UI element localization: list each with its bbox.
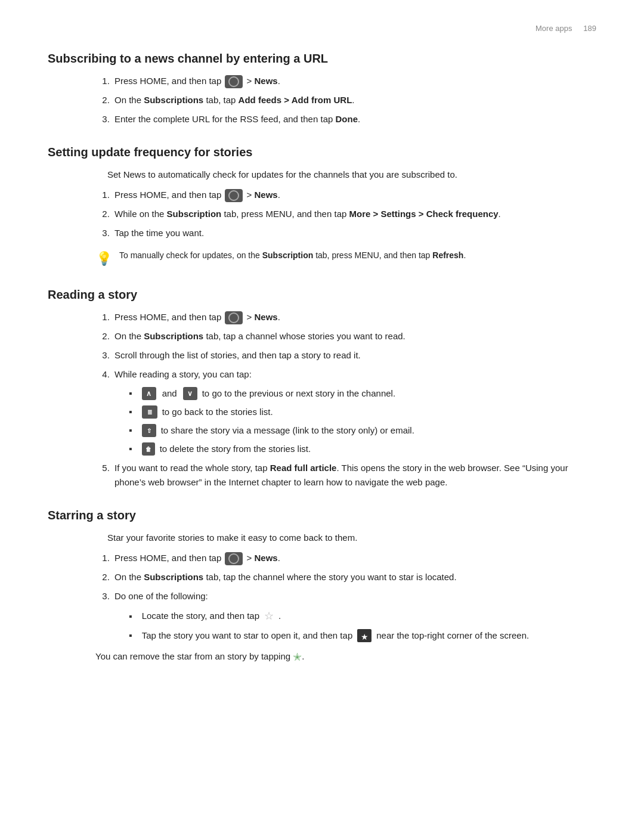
news-label: News [255,76,278,86]
tap-star-text: Tap the story you want to star to open i… [142,629,353,643]
tip-icon: 💡 [95,249,112,269]
read-full-article: Read full article [270,463,337,473]
step-2-subscribing: On the Subscriptions tab, tap Add feeds … [112,93,596,107]
bullet-tap-to-star: Tap the story you want to star to open i… [126,628,596,643]
news-label-4: News [255,553,278,563]
starring-footer: You can remove the star from an story by… [95,649,596,666]
step-2-update: While on the Subscription tab, press MEN… [112,207,596,221]
step-1-starring: Press HOME, and then tap > News. [112,551,596,565]
section-starring: Starring a story Star your favorite stor… [48,509,596,666]
bullet-stories-list: ≣ to go back to the stories list. [126,405,596,419]
bullet-delete: 🗑 to delete the story from the stories l… [126,442,596,456]
page-number: 189 [583,24,596,33]
stories-list-text: to go back to the stories list. [162,405,273,419]
step-3-starring: Do one of the following: Locate the stor… [112,589,596,643]
step-3-reading: Scroll through the list of stories, and … [112,348,596,363]
starring-bullets: Locate the story, and then tap ☆ . Tap t… [126,608,596,643]
steps-reading: Press HOME, and then tap > News. On the … [95,310,596,490]
up-icon: ∧ [142,387,156,400]
step-2-reading: On the Subscriptions tab, tap a channel … [112,329,596,343]
delete-text: to delete the story from the stories lis… [160,442,311,456]
bullet-share: ⇧ to share the story via a message (link… [126,423,596,438]
step-3-subscribing: Enter the complete URL for the RSS feed,… [112,112,596,126]
steps-update-frequency: Press HOME, and then tap > News. While o… [95,188,596,240]
prev-next-text: to go to the previous or next story in t… [202,387,395,401]
steps-subscribing: Press HOME, and then tap > News. On the … [95,74,596,126]
home-icon-3 [225,311,243,324]
tip-box: 💡 To manually check for updates, on the … [95,249,549,269]
news-label-2: News [255,190,278,200]
section-update-frequency: Setting update frequency for stories Set… [48,145,596,269]
locate-story-text: Locate the story, and then tap [142,609,259,623]
subscriptions-tab-starring: Subscriptions [144,572,203,582]
starring-desc: Star your favorite stories to make it ea… [107,531,596,545]
section-subscribing: Subscribing to a news channel by enterin… [48,52,596,126]
step-1-reading: Press HOME, and then tap > News. [112,310,596,324]
section-reading-title: Reading a story [48,288,596,302]
top-right-text: near the top-right corner of the screen. [376,629,529,643]
delete-icon: 🗑 [142,442,155,456]
list-icon: ≣ [142,405,157,419]
update-frequency-desc: Set News to automatically check for upda… [107,168,596,182]
subscription-tab: Subscription [167,209,222,219]
more-settings-label: More > Settings > Check frequency [349,209,499,219]
home-icon-1 [225,75,243,88]
step-1-subscribing: Press HOME, and then tap > News. [112,74,596,88]
home-icon-2 [225,189,243,202]
step-3-update: Tap the time you want. [112,226,596,240]
down-icon: ∨ [183,387,197,400]
bullet-prev-next: ∧ and ∨ to go to the previous or next st… [126,386,596,401]
subscriptions-tab-label: Subscriptions [144,95,203,105]
subscriptions-tab-reading: Subscriptions [144,331,203,341]
star-green-icon: ✭ [293,649,302,666]
step-5-reading: If you want to read the whole story, tap… [112,461,596,490]
reading-bullets: ∧ and ∨ to go to the previous or next st… [126,386,596,456]
news-label-3: News [255,312,278,322]
section-update-title: Setting update frequency for stories [48,145,596,159]
section-starring-title: Starring a story [48,509,596,522]
steps-starring: Press HOME, and then tap > News. On the … [95,551,596,643]
refresh-label: Refresh [432,250,463,260]
page-header: More apps 189 [48,24,596,33]
done-label: Done [336,114,358,124]
bullet-locate-star: Locate the story, and then tap ☆ . [126,608,596,624]
share-text: to share the story via a message (link t… [161,424,414,438]
star-filled-icon: ★ [357,629,371,642]
section-subscribing-title: Subscribing to a news channel by enterin… [48,52,596,66]
tip-text: To manually check for updates, on the Su… [119,249,466,262]
step-2-starring: On the Subscriptions tab, tap the channe… [112,570,596,584]
locate-period: . [278,609,281,623]
star-empty-icon: ☆ [264,608,274,624]
home-icon-4 [225,552,243,565]
subscription-label-tip: Subscription [262,250,314,260]
and-text: and [162,387,177,401]
add-feeds-label: Add feeds > Add from URL [239,95,352,105]
more-apps-label: More apps [535,24,572,33]
section-reading: Reading a story Press HOME, and then tap… [48,288,596,490]
step-1-update: Press HOME, and then tap > News. [112,188,596,202]
step-4-reading: While reading a story, you can tap: ∧ an… [112,367,596,456]
share-icon: ⇧ [142,424,156,437]
